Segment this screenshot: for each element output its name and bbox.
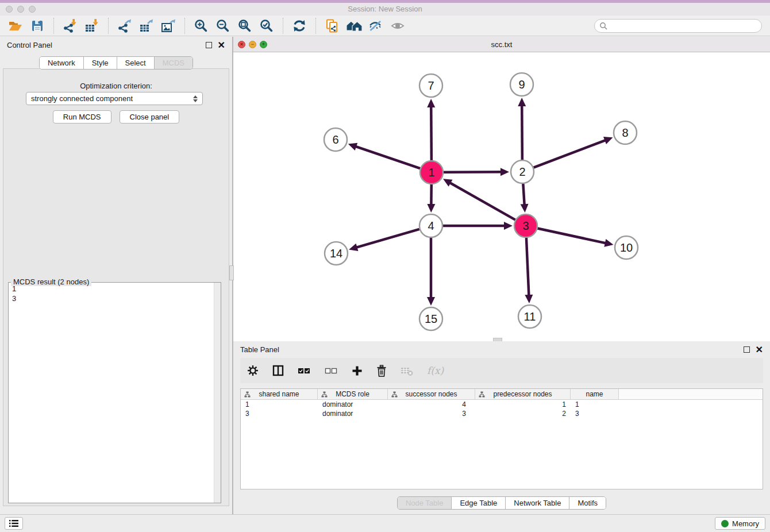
cell-mcds-role[interactable]: dominator <box>318 410 388 418</box>
table-tab-network-table[interactable]: Network Table <box>506 497 569 509</box>
search-box[interactable] <box>594 19 762 33</box>
graph-edge-1-2[interactable] <box>444 172 502 172</box>
export-image-icon[interactable] <box>157 17 179 34</box>
cell-mcds-role[interactable]: dominator <box>318 400 388 408</box>
zoom-out-icon[interactable] <box>212 17 234 34</box>
memory-button[interactable]: Memory <box>715 517 765 530</box>
cell-predecessor-nodes[interactable]: 1 <box>475 400 571 408</box>
duplicate-network-icon[interactable] <box>321 17 343 34</box>
column-header-shared-name[interactable]: shared name <box>241 389 318 399</box>
task-history-button[interactable] <box>5 517 23 530</box>
graph-edge-2-8[interactable] <box>534 140 606 168</box>
graph-edge-4-14[interactable] <box>356 229 419 248</box>
graph-edge-3-11[interactable] <box>526 238 529 296</box>
deselect-all-icon[interactable] <box>325 367 338 375</box>
mcds-result-box: MCDS result (2 nodes) 13 <box>8 282 221 503</box>
save-session-icon[interactable] <box>26 17 48 34</box>
table-tab-node-table[interactable]: Node Table <box>398 497 452 509</box>
toolbar-separator <box>53 18 54 34</box>
export-table-icon[interactable] <box>136 17 157 34</box>
float-table-panel-icon[interactable] <box>744 346 750 353</box>
add-column-icon[interactable] <box>352 365 363 376</box>
graph-node-label-6: 6 <box>332 133 338 146</box>
cell-successor-nodes[interactable]: 3 <box>388 410 475 418</box>
column-header-name[interactable]: name <box>571 389 619 399</box>
graph-edge-2-9[interactable] <box>522 105 522 160</box>
mcds-tab-content: Optimization criterion: strongly connect… <box>3 68 229 506</box>
graph-node-label-3: 3 <box>522 219 529 232</box>
table-row[interactable]: 3dominator323 <box>241 409 763 418</box>
import-network-icon[interactable] <box>59 17 81 34</box>
graph-edge-1-6[interactable] <box>355 147 420 169</box>
criterion-dropdown[interactable]: strongly connected component <box>26 92 203 105</box>
graph-edge-1-7[interactable] <box>431 106 432 160</box>
control-panel-tabs: NetworkStyleSelectMCDS <box>0 56 232 70</box>
cell-shared-name[interactable]: 3 <box>241 410 318 418</box>
network-window-titlebar: × − + scc.txt <box>233 37 770 52</box>
cell-name[interactable]: 3 <box>571 410 619 418</box>
show-columns-icon[interactable] <box>272 365 284 376</box>
zoom-selected-icon[interactable] <box>256 17 278 34</box>
column-header-filler <box>619 389 763 399</box>
home-networks-icon[interactable] <box>343 17 365 34</box>
maximize-network-button[interactable]: + <box>260 41 267 48</box>
refresh-icon[interactable] <box>288 17 310 34</box>
select-all-icon[interactable] <box>298 367 311 375</box>
close-table-panel-icon[interactable]: ✕ <box>756 346 763 353</box>
network-view-window: × − + scc.txt 7968124314101511 <box>233 37 770 341</box>
cell-successor-nodes[interactable]: 4 <box>388 400 475 408</box>
cell-name[interactable]: 1 <box>571 400 619 408</box>
tab-network[interactable]: Network <box>40 57 84 69</box>
graph-svg[interactable]: 7968124314101511 <box>233 52 769 341</box>
network-canvas[interactable]: 7968124314101511 <box>233 52 770 341</box>
search-input[interactable] <box>610 21 757 30</box>
graph-arrowhead <box>500 168 509 176</box>
list-icon <box>9 519 18 527</box>
graph-arrowhead <box>504 222 513 230</box>
tab-mcds[interactable]: MCDS <box>155 57 192 69</box>
zoom-fit-icon[interactable] <box>234 17 256 34</box>
status-bar: Memory <box>0 514 770 532</box>
function-builder-icon-disabled: f(x) <box>427 365 444 376</box>
minimize-window-button[interactable] <box>17 6 24 13</box>
run-mcds-button[interactable]: Run MCDS <box>53 110 111 124</box>
node-table-header: shared nameMCDS rolesuccessor nodesprede… <box>241 389 763 400</box>
column-header-successor-nodes[interactable]: successor nodes <box>388 389 475 399</box>
zoom-in-icon[interactable] <box>190 17 212 34</box>
toolbar-separator <box>184 18 185 34</box>
scrollbar-track[interactable] <box>214 283 221 503</box>
tab-select[interactable]: Select <box>117 57 155 69</box>
import-table-icon[interactable] <box>81 17 103 34</box>
column-header-predecessor-nodes[interactable]: predecessor nodes <box>475 389 571 399</box>
graph-arrowhead <box>348 143 357 151</box>
graph-node-label-8: 8 <box>622 126 628 139</box>
graph-edge-2-3[interactable] <box>523 184 524 205</box>
cell-shared-name[interactable]: 1 <box>241 400 318 408</box>
show-eye-icon[interactable] <box>387 17 409 34</box>
vertical-splitter-handle[interactable] <box>229 265 234 280</box>
column-header-mcds-role[interactable]: MCDS role <box>318 389 388 399</box>
export-network-icon[interactable] <box>114 17 136 34</box>
search-icon <box>599 22 607 30</box>
cell-predecessor-nodes[interactable]: 2 <box>475 410 571 418</box>
hide-eye-icon[interactable] <box>365 17 387 34</box>
maximize-window-button[interactable] <box>29 6 36 13</box>
close-panel-icon[interactable]: ✕ <box>218 42 225 48</box>
close-window-button[interactable] <box>6 6 13 13</box>
graph-node-label-7: 7 <box>428 79 434 92</box>
table-tab-motifs[interactable]: Motifs <box>569 497 606 509</box>
delete-column-trash-icon[interactable] <box>376 365 387 377</box>
table-tab-edge-table[interactable]: Edge Table <box>452 497 506 509</box>
close-panel-button[interactable]: Close panel <box>120 110 180 124</box>
float-panel-icon[interactable] <box>206 42 212 48</box>
graph-edge-3-1[interactable] <box>449 183 515 220</box>
mcds-result-legend: MCDS result (2 nodes) <box>11 277 91 286</box>
table-row[interactable]: 1dominator411 <box>241 400 763 409</box>
graph-edge-3-10[interactable] <box>538 228 606 243</box>
open-session-icon[interactable] <box>5 17 26 34</box>
minimize-network-button[interactable]: − <box>249 41 256 48</box>
table-tabs: Node TableEdge TableNetwork TableMotifs <box>233 496 770 510</box>
tab-style[interactable]: Style <box>84 57 117 69</box>
close-network-button[interactable]: × <box>238 41 245 48</box>
table-settings-gear-icon[interactable] <box>247 365 259 376</box>
